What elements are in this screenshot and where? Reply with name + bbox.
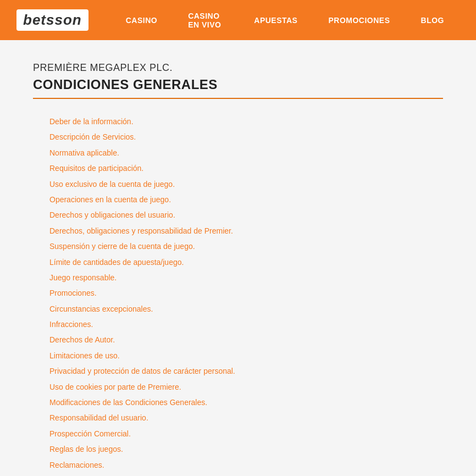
list-item: Uso exclusivo de la cuenta de juego. [49, 178, 443, 190]
logo[interactable]: betsson [16, 9, 88, 31]
list-item: Derechos de Autor. [49, 334, 443, 346]
page-subtitle: PREMIÈRE MEGAPLEX PLC. [33, 62, 443, 74]
list-item: Prospección Comercial. [49, 428, 443, 440]
toc-link-2[interactable]: Descripción de Servicios. [49, 132, 136, 141]
divider [33, 98, 443, 99]
page-title: CONDICIONES GENERALES [33, 77, 443, 92]
toc-link-12[interactable]: Promociones. [49, 289, 97, 297]
toc-link-1[interactable]: Deber de la información. [49, 117, 134, 126]
toc-link-16[interactable]: Limitaciones de uso. [49, 351, 120, 360]
list-item: Suspensión y cierre de la cuenta de jueg… [49, 240, 443, 252]
toc-link-4[interactable]: Requisitos de participación. [49, 164, 143, 173]
toc-link-18[interactable]: Uso de cookies por parte de Premiere. [49, 383, 181, 391]
list-item: Promociones. [49, 287, 443, 299]
toc-list: Deber de la información.Descripción de S… [33, 115, 443, 476]
toc-link-5[interactable]: Uso exclusivo de la cuenta de juego. [49, 180, 175, 189]
main-content: PREMIÈRE MEGAPLEX PLC. CONDICIONES GENER… [0, 40, 476, 476]
toc-link-3[interactable]: Normativa aplicable. [49, 148, 119, 157]
toc-link-22[interactable]: Reglas de los juegos. [49, 445, 123, 453]
list-item: Infracciones. [49, 318, 443, 330]
toc-link-23[interactable]: Reclamaciones. [49, 461, 104, 469]
toc-link-6[interactable]: Operaciones en la cuenta de juego. [49, 195, 171, 204]
main-nav: CASINOCASINO EN VIVOAPUESTASPROMOCIONESB… [110, 12, 460, 29]
toc-link-9[interactable]: Suspensión y cierre de la cuenta de jueg… [49, 242, 195, 251]
list-item: Responsabilidad del usuario. [49, 412, 443, 424]
list-item: Límite de cantidades de apuesta/juego. [49, 256, 443, 268]
nav-item-blog[interactable]: BLOG [406, 16, 460, 25]
list-item: Modificaciones de las Condiciones Genera… [49, 396, 443, 408]
nav-item-casino-en-vivo[interactable]: CASINO EN VIVO [173, 12, 239, 29]
list-item: Operaciones en la cuenta de juego. [49, 193, 443, 206]
site-header: betsson CASINOCASINO EN VIVOAPUESTASPROM… [0, 0, 476, 40]
list-item: Normativa aplicable. [49, 147, 443, 159]
list-item: Reglas de los juegos. [49, 443, 443, 455]
toc-link-17[interactable]: Privacidad y protección de datos de cará… [49, 367, 235, 375]
list-item: Uso de cookies por parte de Premiere. [49, 381, 443, 393]
list-item: Privacidad y protección de datos de cará… [49, 365, 443, 377]
nav-item-apuestas[interactable]: APUESTAS [239, 16, 313, 25]
list-item: Limitaciones de uso. [49, 350, 443, 362]
nav-item-casino[interactable]: CASINO [110, 16, 173, 25]
list-item: Derechos, obligaciones y responsabilidad… [49, 225, 443, 237]
list-item: Circunstancias excepcionales. [49, 303, 443, 315]
list-item: Descripción de Servicios. [49, 131, 443, 143]
toc-link-11[interactable]: Juego responsable. [49, 273, 117, 282]
toc-link-10[interactable]: Límite de cantidades de apuesta/juego. [49, 258, 184, 267]
nav-item-promociones[interactable]: PROMOCIONES [313, 16, 405, 25]
list-item: Reclamaciones. [49, 459, 443, 471]
toc-link-8[interactable]: Derechos, obligaciones y responsabilidad… [49, 226, 233, 235]
toc-link-19[interactable]: Modificaciones de las Condiciones Genera… [49, 398, 207, 407]
toc-link-20[interactable]: Responsabilidad del usuario. [49, 413, 148, 422]
list-item: Requisitos de participación. [49, 162, 443, 174]
toc-link-21[interactable]: Prospección Comercial. [49, 429, 131, 438]
logo-text: betsson [23, 12, 82, 28]
toc-link-7[interactable]: Derechos y obligaciones del usuario. [49, 211, 175, 219]
toc-link-14[interactable]: Infracciones. [49, 320, 93, 329]
toc-link-15[interactable]: Derechos de Autor. [49, 335, 115, 344]
list-item: Derechos y obligaciones del usuario. [49, 209, 443, 221]
toc-link-13[interactable]: Circunstancias excepcionales. [49, 305, 153, 313]
list-item: Deber de la información. [49, 115, 443, 128]
list-item: Juego responsable. [49, 272, 443, 284]
